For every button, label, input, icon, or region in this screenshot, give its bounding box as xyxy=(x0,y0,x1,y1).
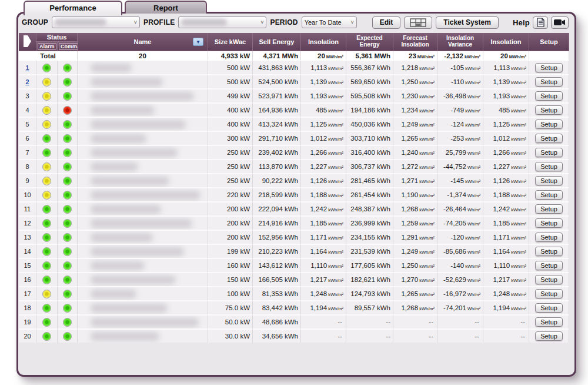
row-number[interactable]: 1 xyxy=(25,64,29,71)
expected-energy-cell: 450,036 kWh xyxy=(346,117,393,131)
setup-button[interactable]: Setup xyxy=(535,261,563,270)
total-variance: -2,132kWh/m² xyxy=(437,51,483,60)
name-cell xyxy=(78,131,208,145)
row-number-cell: 18 xyxy=(19,300,36,314)
insolation-cell: 1,185kWh/m² xyxy=(301,215,346,230)
row-number[interactable]: 2 xyxy=(25,78,29,85)
comm-cell xyxy=(58,74,78,88)
setup-button[interactable]: Setup xyxy=(535,63,563,72)
table-row: 4 400 kW 164,936 kWh 485kWh/m² 194,186 k… xyxy=(19,102,569,117)
video-tutorial-button[interactable] xyxy=(551,16,569,29)
insolation2-cell: 1,164kWh/m² xyxy=(483,244,529,258)
comm-cell xyxy=(58,145,78,159)
alarm-cell xyxy=(36,215,58,230)
setup-button[interactable]: Setup xyxy=(535,303,563,313)
row-number-cell: 16 xyxy=(19,272,36,286)
comm-cell xyxy=(58,258,78,272)
sell-energy-cell: 218,599 kWh xyxy=(253,187,301,201)
setup-button[interactable]: Setup xyxy=(535,105,563,115)
setup-cell: Setup xyxy=(529,74,569,88)
name-cell xyxy=(78,258,208,272)
profile-select[interactable]: ˅ xyxy=(178,16,266,28)
setup-button[interactable]: Setup xyxy=(535,289,563,298)
table-row: 5 400 kW 413,324 kWh 1,125kWh/m² 450,036… xyxy=(19,117,569,131)
site-name-redacted xyxy=(91,78,163,87)
alarm-cell xyxy=(36,102,58,117)
expected-energy-cell: 261,454 kWh xyxy=(346,187,393,201)
setup-button[interactable]: Setup xyxy=(535,331,563,341)
chevron-down-icon: ˅ xyxy=(350,19,353,25)
table-row: 17 100 kW 81,353 kWh 1,248kWh/m² 124,793… xyxy=(19,286,569,300)
setup-button[interactable]: Setup xyxy=(535,77,563,87)
alarm-cell xyxy=(36,117,58,131)
table-body: 1 500 kW 431,863 kWh 1,113kWh/m² 556,367… xyxy=(19,60,569,343)
comm-cell xyxy=(58,300,78,314)
alarm-status-light xyxy=(42,64,51,72)
setup-cell: Setup xyxy=(529,314,569,328)
setup-button[interactable]: Setup xyxy=(535,120,563,129)
forecast-insolation-header: Forecast Insolation xyxy=(393,33,437,51)
size-cell: 30.0 kW xyxy=(208,328,253,343)
comm-status-light xyxy=(63,162,72,171)
name-cell xyxy=(78,60,208,74)
insolation2-cell: 1,185kWh/m² xyxy=(483,215,529,230)
group-select[interactable]: ˅ xyxy=(52,16,140,28)
setup-button[interactable]: Setup xyxy=(535,247,563,256)
tab-report[interactable]: Report xyxy=(125,1,207,14)
alarm-status-light xyxy=(42,304,51,313)
alarm-cell xyxy=(36,244,58,258)
layout-grid-icon-button[interactable] xyxy=(404,16,432,29)
setup-button[interactable]: Setup xyxy=(535,317,563,327)
setup-button[interactable]: Setup xyxy=(535,218,563,228)
ticket-system-button[interactable]: Ticket System xyxy=(436,16,499,29)
site-name-redacted xyxy=(91,162,138,171)
group-label: GROUP xyxy=(22,18,48,26)
insolation-variance-cell: -- xyxy=(437,328,483,343)
row-number: 7 xyxy=(25,149,29,156)
comm-cell xyxy=(58,131,78,145)
status-header: Status xyxy=(36,33,78,42)
chevron-down-icon: ▼ xyxy=(196,39,201,45)
setup-button[interactable]: Setup xyxy=(535,176,563,185)
insolation-cell: 1,012kWh/m² xyxy=(301,131,346,145)
sell-energy-cell: 143,612 kWh xyxy=(253,258,301,272)
total-sell: 4,371 MWh xyxy=(253,51,301,60)
sell-energy-cell: 152,956 kWh xyxy=(253,230,301,244)
name-cell xyxy=(78,173,208,187)
edit-button[interactable]: Edit xyxy=(372,16,401,29)
name-cell xyxy=(78,74,208,88)
table-row: 3 499 kW 523,971 kWh 1,193kWh/m² 595,508… xyxy=(19,88,569,102)
setup-button[interactable]: Setup xyxy=(535,204,563,214)
comm-cell xyxy=(58,60,78,74)
site-name-redacted xyxy=(91,233,153,242)
period-select[interactable]: Year To Date ˅ xyxy=(302,16,357,28)
alarm-cell xyxy=(36,300,58,314)
alarm-cell xyxy=(36,173,58,187)
site-name-redacted xyxy=(91,332,159,341)
name-sort-dropdown[interactable]: ▼ xyxy=(193,38,203,46)
site-name-redacted xyxy=(91,148,178,157)
comm-status-light xyxy=(63,92,72,101)
insolation-cell: 1,164kWh/m² xyxy=(301,244,346,258)
setup-button[interactable]: Setup xyxy=(535,275,563,284)
insolation-cell: 1,188kWh/m² xyxy=(301,187,346,201)
setup-button[interactable]: Setup xyxy=(535,148,563,157)
comm-cell xyxy=(58,117,78,131)
setup-button[interactable]: Setup xyxy=(535,190,563,200)
tab-performance[interactable]: Performance xyxy=(24,1,122,15)
setup-button[interactable]: Setup xyxy=(535,91,563,101)
group-value-redacted xyxy=(55,19,106,26)
insolation-variance-cell: -120kWh/m² xyxy=(437,230,483,244)
forecast-insolation-cell: 1,240kWh/m² xyxy=(393,145,437,159)
setup-button[interactable]: Setup xyxy=(535,233,563,242)
setup-button[interactable]: Setup xyxy=(535,162,563,171)
setup-button[interactable]: Setup xyxy=(535,134,563,143)
comm-cell xyxy=(58,187,78,201)
row-number-cell: 5 xyxy=(19,117,36,131)
expected-energy-cell: 281,465 kWh xyxy=(346,173,393,187)
insolation-variance-cell: -110kWh/m² xyxy=(437,74,483,88)
help-document-button[interactable] xyxy=(533,16,548,29)
alarm-status-light xyxy=(42,162,51,171)
insolation-variance-cell: -36,498Wh/m² xyxy=(437,88,483,102)
setup-cell: Setup xyxy=(529,215,569,230)
